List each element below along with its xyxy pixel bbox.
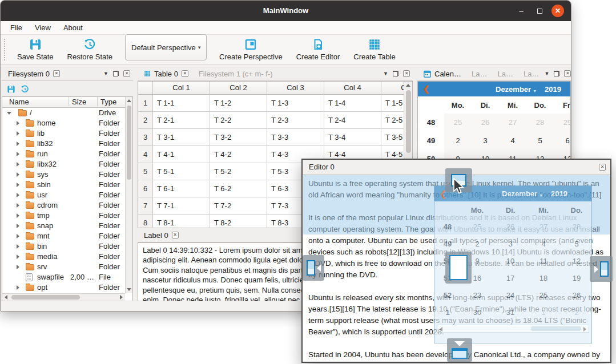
table-column-header[interactable]: Col 5	[381, 82, 404, 95]
tree-row[interactable]: optFolder	[2, 282, 125, 293]
expander-closed-icon[interactable]	[17, 183, 19, 187]
tab-calendar[interactable]: Calen…	[418, 67, 466, 81]
table-cell[interactable]: T 2-4	[324, 112, 381, 129]
table-cell[interactable]: T 4-2	[210, 146, 267, 163]
menu-item-view[interactable]: View	[29, 21, 57, 35]
table-cell[interactable]: T 2-1	[153, 112, 210, 129]
table-row-header[interactable]: 3	[138, 129, 153, 146]
expander-closed-icon[interactable]	[17, 234, 19, 238]
calendar-day-cell[interactable]: 26	[472, 114, 499, 132]
table-cell[interactable]: T 1-1	[153, 95, 210, 112]
table-column-header[interactable]: Col 4	[324, 82, 381, 95]
dock-close-icon[interactable]: ✕	[403, 70, 410, 77]
tree-row[interactable]: snapFolder	[2, 221, 125, 231]
calendar-day-cell[interactable]: 29	[554, 114, 571, 132]
table-cell[interactable]: T 3-5	[381, 129, 404, 146]
tab-close-icon[interactable]: ✕	[172, 232, 179, 238]
calendar-day-cell[interactable]: 4	[499, 132, 526, 150]
calendar-month[interactable]: Dezember	[496, 85, 531, 94]
tree-row[interactable]: libx32Folder	[2, 159, 125, 169]
table-cell[interactable]: T 5-1	[153, 163, 210, 180]
tree-row[interactable]: sbinFolder	[2, 180, 125, 190]
dock-indicator-left[interactable]	[303, 255, 324, 281]
close-button[interactable]: ✕	[551, 5, 564, 17]
table-cell[interactable]: T 8-1	[153, 215, 210, 228]
tree-horizontal-scrollbar[interactable]	[2, 293, 125, 301]
column-header-name[interactable]: Name	[9, 97, 29, 107]
menu-item-file[interactable]: File	[4, 21, 29, 35]
restore-icon[interactable]	[21, 85, 29, 94]
table-row-header[interactable]: 1	[138, 95, 153, 112]
calendar-day-cell[interactable]: 3	[472, 132, 499, 150]
calendar-year[interactable]: 2019	[545, 85, 561, 94]
expander-closed-icon[interactable]	[17, 193, 19, 197]
tree-row[interactable]: binFolder	[2, 241, 125, 252]
table-row-header[interactable]: 4	[138, 146, 153, 163]
restore-state-button[interactable]: Restore State	[61, 38, 120, 61]
tree-row[interactable]: sysFolder	[2, 169, 125, 180]
minimize-button[interactable]: –	[515, 5, 528, 17]
calendar-day-cell[interactable]: 28	[526, 114, 554, 132]
table-cell[interactable]: T 5-2	[210, 163, 267, 180]
calendar-day-cell[interactable]: 27	[499, 114, 526, 132]
scroll-right-icon[interactable]	[120, 295, 123, 300]
expander-closed-icon[interactable]	[17, 254, 19, 259]
tree-row[interactable]: 01 00swapfile2,00 …File	[2, 272, 125, 282]
dock-close-icon[interactable]: ✕	[123, 70, 130, 77]
toolbar-drag-handle[interactable]	[3, 38, 6, 61]
expander-closed-icon[interactable]	[17, 121, 19, 126]
table-cell[interactable]: T 1-3	[267, 95, 324, 112]
expander-closed-icon[interactable]	[17, 244, 19, 249]
dock-close-icon[interactable]: ✕	[564, 70, 571, 77]
table-cell[interactable]: T 2-2	[210, 112, 267, 129]
tab-table-0[interactable]: Table 0 ✕	[139, 67, 194, 81]
dock-float-icon[interactable]	[393, 71, 398, 76]
tree-row[interactable]: srvFolder	[2, 262, 125, 272]
expander-closed-icon[interactable]	[17, 224, 19, 228]
scroll-down-icon[interactable]	[127, 288, 131, 291]
scroll-up-icon[interactable]	[127, 99, 131, 102]
calendar-day-cell[interactable]: 2	[444, 132, 472, 150]
table-row-header[interactable]: 2	[138, 112, 153, 129]
dock-indicator-center[interactable]	[445, 252, 472, 284]
table-cell[interactable]: T 8-2	[210, 215, 267, 228]
save-icon[interactable]	[7, 85, 15, 94]
tab-label-3[interactable]: La…	[518, 67, 544, 81]
tree-vertical-scrollbar[interactable]	[125, 97, 132, 293]
expander-closed-icon[interactable]	[17, 162, 19, 167]
tab-close-icon[interactable]: ✕	[182, 70, 188, 77]
create-table-button[interactable]: Create Table	[347, 38, 402, 61]
table-row-header[interactable]: 6	[138, 180, 153, 197]
table-cell[interactable]: T 1-5	[381, 95, 404, 112]
tab-close-icon[interactable]: ✕	[53, 70, 60, 77]
tree-row[interactable]: tmpFolder	[2, 211, 125, 221]
table-cell[interactable]: T 4-1	[153, 146, 210, 163]
table-cell[interactable]: T 3-1	[153, 129, 210, 146]
dock-indicator-right[interactable]	[590, 256, 613, 282]
expander-closed-icon[interactable]	[17, 265, 19, 269]
table-cell[interactable]: T 3-2	[210, 129, 267, 146]
tree-row[interactable]: libFolder	[2, 128, 125, 139]
expander-closed-icon[interactable]	[17, 203, 19, 208]
tab-label-1[interactable]: La…	[466, 67, 492, 81]
tree-row[interactable]: mediaFolder	[2, 252, 125, 262]
calendar-day-cell[interactable]: 6	[554, 132, 571, 150]
column-header-size[interactable]: Size	[72, 97, 86, 107]
table-cell[interactable]: T 3-3	[267, 129, 324, 146]
column-header-type[interactable]: Type	[100, 97, 116, 107]
table-cell[interactable]: T 1-2	[210, 95, 267, 112]
dock-menu-icon[interactable]: ▼	[383, 71, 388, 76]
table-cell[interactable]: T 3-4	[324, 129, 381, 146]
expander-closed-icon[interactable]	[17, 285, 19, 290]
table-column-header[interactable]: Col 1	[153, 82, 210, 95]
expander-closed-icon[interactable]	[17, 152, 19, 156]
scroll-up-icon[interactable]	[406, 84, 410, 87]
save-state-button[interactable]: Save State	[10, 38, 61, 61]
tree-row[interactable]: mntFolder	[2, 231, 125, 241]
dock-float-icon[interactable]	[554, 71, 559, 76]
expander-closed-icon[interactable]	[17, 172, 19, 177]
expander-open-icon[interactable]	[7, 112, 11, 115]
create-perspective-button[interactable]: Create Perspective	[212, 38, 289, 61]
tree-row[interactable]: /Drive	[2, 108, 125, 118]
tab-label-2[interactable]: La…	[492, 67, 518, 81]
